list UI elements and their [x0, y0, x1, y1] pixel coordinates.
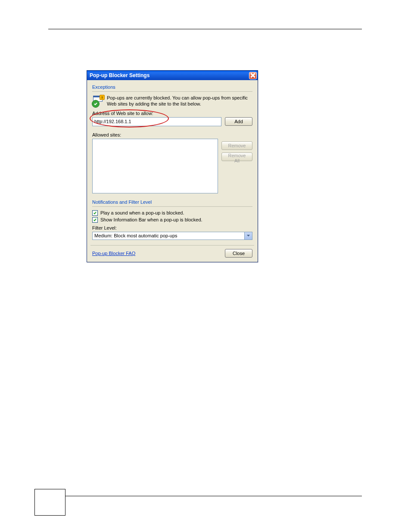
add-button[interactable]: Add	[225, 117, 252, 126]
page-top-rule	[48, 29, 362, 29]
show-info-bar-checkbox[interactable]	[92, 217, 98, 223]
exceptions-intro-row: ! Pop-ups are currently blocked. You can…	[92, 95, 252, 107]
filter-level-combobox[interactable]: Medium: Block most automatic pop-ups	[92, 232, 252, 240]
divider	[90, 245, 254, 246]
play-sound-label: Play a sound when a pop-up is blocked.	[100, 210, 184, 215]
remove-button[interactable]: Remove	[221, 141, 252, 150]
exceptions-header: Exceptions	[92, 84, 252, 90]
play-sound-row: Play a sound when a pop-up is blocked.	[92, 210, 252, 216]
allowed-sites-listbox[interactable]	[92, 139, 218, 193]
popup-blocker-settings-dialog: Pop-up Blocker Settings Exceptions ! Pop…	[87, 70, 258, 262]
dialog-body: Exceptions ! Pop-ups are currently block…	[87, 80, 258, 262]
page-bottom-rule	[65, 496, 362, 496]
popup-blocker-faq-link[interactable]: Pop-up Blocker FAQ	[92, 251, 135, 256]
popup-status-icon: !	[92, 96, 103, 107]
divider	[92, 206, 252, 207]
filter-level-value: Medium: Block most automatic pop-ups	[93, 233, 244, 238]
address-row: Add	[92, 117, 252, 126]
footer-row: Pop-up Blocker FAQ Close	[92, 249, 252, 258]
play-sound-checkbox[interactable]	[92, 210, 98, 216]
chevron-down-icon[interactable]	[244, 232, 252, 240]
dialog-title: Pop-up Blocker Settings	[90, 72, 149, 78]
divider	[92, 91, 252, 92]
page-number-box	[34, 489, 65, 516]
filter-level-label: Filter Level:	[92, 225, 252, 230]
close-icon[interactable]	[249, 72, 257, 79]
show-info-bar-row: Show Information Bar when a pop-up is bl…	[92, 217, 252, 223]
notifications-header: Notifications and Filter Level	[92, 199, 252, 205]
remove-all-button[interactable]: Remove All	[221, 152, 252, 161]
titlebar[interactable]: Pop-up Blocker Settings	[87, 71, 258, 80]
exceptions-intro-text: Pop-ups are currently blocked. You can a…	[107, 95, 252, 107]
show-info-bar-label: Show Information Bar when a pop-up is bl…	[100, 217, 202, 222]
allowed-sites-section: Allowed sites: Remove Remove All	[92, 132, 252, 193]
address-input[interactable]	[92, 117, 221, 126]
allowed-sites-label: Allowed sites:	[92, 132, 218, 137]
close-button[interactable]: Close	[225, 249, 252, 258]
address-label: Address of Web site to allow:	[92, 111, 252, 116]
